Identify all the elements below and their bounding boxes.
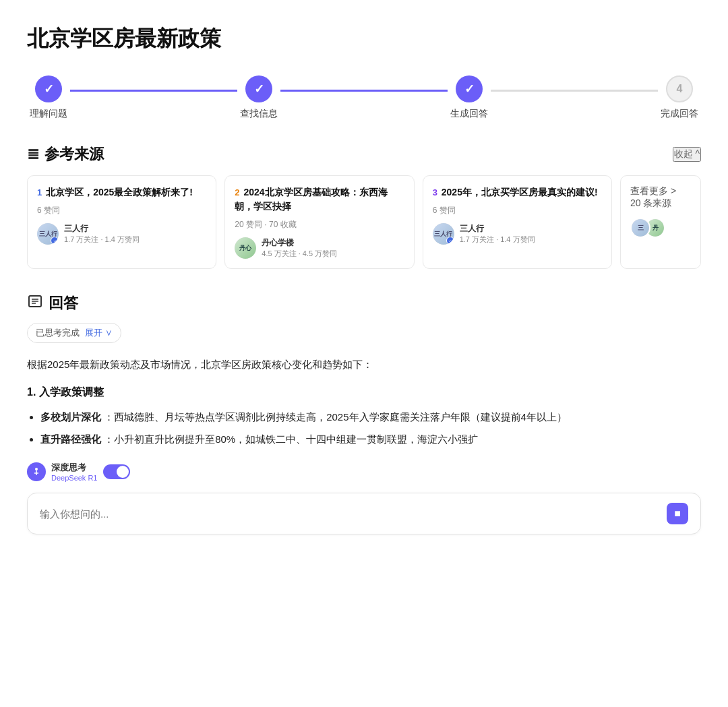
- answer-title: 回答: [49, 293, 78, 313]
- step-circle-2: ✓: [245, 75, 272, 102]
- step-2: ✓ 查找信息: [240, 75, 278, 120]
- chat-input[interactable]: [40, 508, 667, 520]
- answer-header: 回答: [27, 293, 701, 313]
- ref-card-1-title: 1 北京学区，2025最全政策解析来了!: [37, 185, 206, 199]
- ref-card-1-author: 三人行 三人行 1.7 万关注 · 1.4 万赞同: [37, 223, 206, 245]
- answer-section: 回答 已思考完成 展开 ∨ 根据2025年最新政策动态及市场情况，北京学区房政策…: [27, 293, 701, 448]
- step-circle-4: 4: [666, 75, 693, 102]
- ref-card-2-author: 丹心 丹心学楼 4.5 万关注 · 4.5 万赞同: [235, 237, 404, 259]
- step-1: ✓ 理解问题: [30, 75, 67, 120]
- bullet1-rest: ：西城德胜、月坛等热点学区调剂比例持续走高，2025年入学家庭需关注落户年限（建…: [104, 411, 567, 423]
- step-circle-3: ✓: [456, 75, 483, 102]
- expand-thoughts[interactable]: 展开 ∨: [85, 327, 113, 339]
- ref-card-3[interactable]: 3 2025年，北京买学区房最真实的建议! 6 赞同 三人行 三人行 1.7 万…: [423, 175, 612, 269]
- step-3: ✓ 生成回答: [450, 75, 488, 120]
- answer-icon: [27, 293, 43, 313]
- ref-card-2[interactable]: 2 2024北京学区房基础攻略：东西海朝，学区抉择 20 赞同 · 70 收藏 …: [224, 175, 414, 269]
- reference-cards-grid: 1 北京学区，2025最全政策解析来了! 6 赞同 三人行 三人行 1.7 万关…: [27, 175, 701, 269]
- author-avatar-2: 丹心: [235, 237, 256, 259]
- input-area: ■: [27, 493, 701, 534]
- answer-subsection1-title: 1. 入学政策调整: [27, 386, 701, 400]
- more-link: 查看更多 > 20 条来源: [630, 185, 691, 210]
- page-title: 北京学区房最新政策: [27, 24, 701, 54]
- step-line-3: [491, 90, 658, 92]
- step-label-1: 理解问题: [30, 108, 67, 120]
- answer-list-item-2: 直升路径强化 ：小升初直升比例提升至80%，如城铁二中、十四中组建一贯制联盟，海…: [40, 430, 701, 448]
- answer-intro: 根据2025年最新政策动态及市场情况，北京学区房政策核心变化和趋势如下：: [27, 355, 701, 373]
- step-label-4: 完成回答: [661, 108, 698, 120]
- more-sources-card[interactable]: 查看更多 > 20 条来源 三 丹: [620, 175, 701, 269]
- more-avatar-1: 三: [630, 218, 650, 238]
- ref-card-3-stats: 6 赞同: [433, 205, 602, 216]
- toggle-knob: [117, 466, 129, 478]
- references-section-title: ≣ 参考来源: [27, 144, 104, 164]
- ref-card-3-author: 三人行 三人行 1.7 万关注 · 1.4 万赞同: [433, 223, 602, 245]
- references-header: ≣ 参考来源 收起 ^: [27, 144, 701, 164]
- step-line-1: [70, 90, 237, 92]
- deepseek-toggle[interactable]: [103, 464, 130, 479]
- bullet1-bold: 多校划片深化: [40, 411, 101, 423]
- step-line-2: [280, 90, 448, 92]
- send-icon: ■: [674, 508, 681, 520]
- step-4: 4 完成回答: [661, 75, 698, 120]
- collapse-button[interactable]: 收起 ^: [673, 147, 701, 162]
- step-label-3: 生成回答: [450, 108, 488, 120]
- list-icon: ≣: [27, 146, 39, 163]
- ref-card-1-stats: 6 赞同: [37, 205, 206, 216]
- send-button[interactable]: ■: [667, 503, 688, 524]
- deepseek-icon: [27, 462, 46, 481]
- ref-card-2-stats: 20 赞同 · 70 收藏: [235, 219, 404, 230]
- step-label-2: 查找信息: [240, 108, 278, 120]
- thought-status[interactable]: 已思考完成 展开 ∨: [27, 323, 121, 343]
- ref-card-1[interactable]: 1 北京学区，2025最全政策解析来了! 6 赞同 三人行 三人行 1.7 万关…: [27, 175, 216, 269]
- more-avatars: 三 丹: [630, 218, 691, 238]
- deepseek-label: 深度思考 DeepSeek R1: [51, 462, 98, 482]
- deepseek-bar: 深度思考 DeepSeek R1: [27, 462, 701, 482]
- steps-container: ✓ 理解问题 ✓ 查找信息 ✓ 生成回答 4 完成回答: [27, 75, 701, 120]
- author-avatar-1: 三人行: [37, 223, 59, 245]
- bullet2-rest: ：小升初直升比例提升至80%，如城铁二中、十四中组建一贯制联盟，海淀六小强扩: [104, 433, 478, 445]
- step-circle-1: ✓: [35, 75, 62, 102]
- svg-point-6: [35, 468, 38, 470]
- answer-list-item-1: 多校划片深化 ：西城德胜、月坛等热点学区调剂比例持续走高，2025年入学家庭需关…: [40, 408, 701, 426]
- ref-card-2-title: 2 2024北京学区房基础攻略：东西海朝，学区抉择: [235, 185, 404, 214]
- ref-card-3-title: 3 2025年，北京买学区房最真实的建议!: [433, 185, 602, 199]
- answer-list: 多校划片深化 ：西城德胜、月坛等热点学区调剂比例持续走高，2025年入学家庭需关…: [27, 408, 701, 448]
- author-avatar-3: 三人行: [433, 223, 454, 245]
- bullet2-bold: 直升路径强化: [40, 433, 101, 445]
